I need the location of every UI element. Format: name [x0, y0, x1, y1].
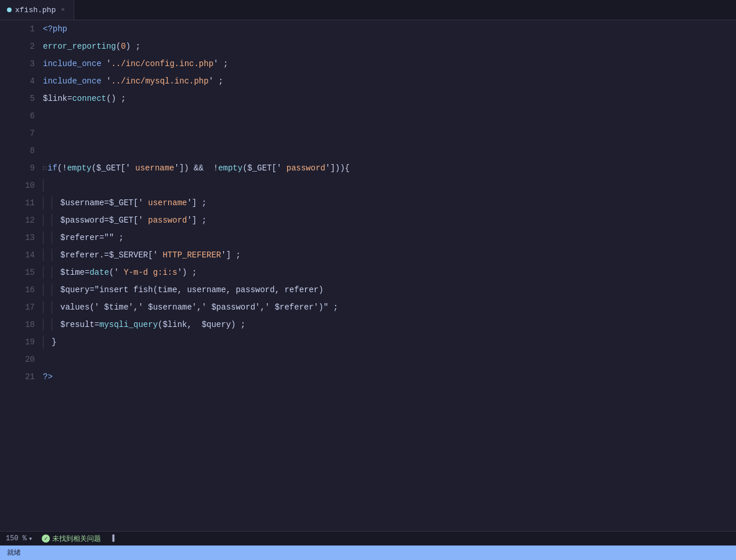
code-line: $link=connect() ;: [41, 90, 736, 107]
line-number: 5: [0, 90, 41, 107]
indent-guide-1: [43, 197, 43, 209]
line-number: 20: [0, 351, 41, 368]
token: $query="insert fish(time, username, pass…: [60, 285, 324, 294]
status-check: ✓ 未找到相关问题: [42, 534, 101, 544]
token: ?>: [43, 372, 53, 381]
line-number: 13: [0, 229, 41, 246]
indent-guide-2: [52, 249, 52, 261]
token: $_GET[': [96, 163, 135, 173]
token: () ;: [106, 94, 126, 103]
token: error_reporting: [43, 42, 116, 51]
line-number: 19: [0, 333, 41, 351]
status-bar: 150 % ▾ ✓ 未找到相关问题 ▐: [0, 531, 736, 546]
token: (': [109, 268, 124, 277]
indent-guide-1: [43, 336, 43, 348]
indent-guide-1: [43, 301, 43, 314]
token: ../inc/config.inc.php: [111, 59, 213, 68]
code-line: $username=$_GET[' username'] ;: [41, 194, 736, 212]
line-number: 11: [0, 194, 41, 212]
token: $referer="" ;: [60, 233, 124, 242]
indent-guide-2: [52, 283, 52, 296]
token: HTTP_REFERER: [162, 250, 221, 260]
line-number: 9: [0, 159, 41, 177]
indent-guide-1: [43, 179, 43, 192]
token: (!: [57, 163, 67, 173]
bottom-bar: 就绪: [0, 546, 736, 560]
line-number: 2: [0, 38, 41, 55]
token: ../inc/mysql.inc.php: [111, 77, 209, 86]
code-line: $result=mysqli_query($link, $query) ;: [41, 316, 736, 333]
token: values(' $time',' $username',' $password…: [60, 303, 338, 312]
token: ') ;: [177, 268, 197, 277]
token: include_once: [43, 59, 101, 68]
status-check-text: 未找到相关问题: [52, 534, 101, 544]
code-line: error_reporting(0) ;: [41, 38, 736, 55]
line-number: 18: [0, 316, 41, 333]
token: Y-m-d g:i:s: [124, 268, 177, 277]
fold-icon[interactable]: □: [43, 165, 46, 172]
editor-area: 123456789101112131415161718192021 <?phpe…: [0, 20, 736, 531]
token: '] ;: [187, 216, 206, 225]
line-number-gutter: 123456789101112131415161718192021: [0, 20, 41, 531]
code-line: }: [41, 333, 736, 351]
code-line: $referer.=$_SERVER[' HTTP_REFERER'] ;: [41, 246, 736, 264]
line-number: 7: [0, 125, 41, 142]
code-line: include_once '../inc/config.inc.php' ;: [41, 55, 736, 72]
code-line: □if(!empty($_GET[' username']) && !empty…: [41, 159, 736, 177]
indent-guide-1: [43, 266, 43, 279]
line-number: 12: [0, 212, 41, 229]
token: 0: [121, 42, 125, 51]
file-tab[interactable]: xfish.php ×: [0, 0, 74, 20]
code-content[interactable]: <?phperror_reporting(0) ;include_once '.…: [41, 20, 736, 531]
token: ) ;: [126, 42, 140, 51]
token: empty: [67, 163, 92, 173]
token: username: [148, 198, 187, 208]
code-line: values(' $time',' $username',' $password…: [41, 299, 736, 316]
code-line: $time=date(' Y-m-d g:i:s') ;: [41, 264, 736, 281]
tab-modified-dot: [7, 8, 12, 12]
token: $time=: [60, 268, 89, 277]
line-number: 6: [0, 107, 41, 125]
token: }: [52, 337, 56, 347]
token: '] ;: [221, 250, 241, 260]
line-number: 4: [0, 72, 41, 90]
tab-close-button[interactable]: ×: [59, 5, 67, 14]
indent-guide-1: [43, 249, 43, 261]
line-number: 3: [0, 55, 41, 72]
line-number: 10: [0, 177, 41, 194]
check-icon: ✓: [42, 534, 50, 543]
token: username: [135, 163, 174, 173]
code-line: <?php: [41, 20, 736, 38]
token: $username=$_GET[': [60, 198, 148, 208]
token: (: [92, 163, 96, 173]
token: if: [48, 163, 57, 173]
zoom-level[interactable]: 150 % ▾: [6, 534, 32, 543]
token: date: [89, 268, 109, 277]
code-line: $password=$_GET[' password'] ;: [41, 212, 736, 229]
line-number: 1: [0, 20, 41, 38]
indent-guide-2: [52, 231, 52, 244]
token: $_GET[': [248, 163, 282, 173]
indent-guide-2: [52, 197, 52, 209]
zoom-arrow-icon: ▾: [28, 534, 32, 543]
token: ($link, $query) ;: [158, 320, 245, 329]
line-number: 21: [0, 368, 41, 386]
indent-guide-2: [52, 214, 52, 227]
token: (: [242, 163, 247, 173]
indent-guide-1: [43, 231, 43, 244]
indent-guide-2: [52, 301, 52, 314]
ready-label: 就绪: [7, 548, 21, 558]
token: <?php: [43, 24, 67, 34]
code-line: [41, 142, 736, 159]
token: ' ;: [209, 77, 223, 86]
indent-guide-1: [43, 318, 43, 331]
token: password: [281, 163, 325, 173]
code-line: $referer="" ;: [41, 229, 736, 246]
line-number: 17: [0, 299, 41, 316]
code-line: ?>: [41, 368, 736, 386]
token: $password=$_GET[': [60, 216, 148, 225]
token: include_once: [43, 77, 101, 86]
scroll-indicator: ▐: [110, 534, 114, 543]
indent-guide-2: [52, 318, 52, 331]
token: $link=: [43, 94, 72, 103]
